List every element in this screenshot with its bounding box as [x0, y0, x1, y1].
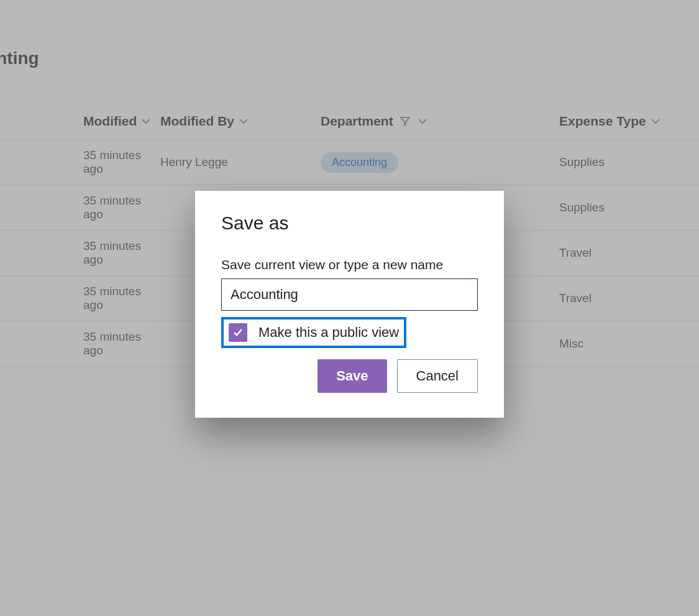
cancel-button[interactable]: Cancel: [397, 359, 478, 393]
view-name-input[interactable]: [221, 278, 478, 311]
save-button[interactable]: Save: [318, 359, 386, 393]
dialog-input-label: Save current view or type a new name: [221, 257, 478, 272]
checkmark-icon: [229, 323, 247, 342]
dialog-title: Save as: [221, 213, 478, 234]
save-as-dialog: Save as Save current view or type a new …: [195, 191, 504, 418]
public-view-checkbox-row[interactable]: Make this a public view: [221, 317, 406, 348]
checkbox-label: Make this a public view: [258, 324, 399, 341]
